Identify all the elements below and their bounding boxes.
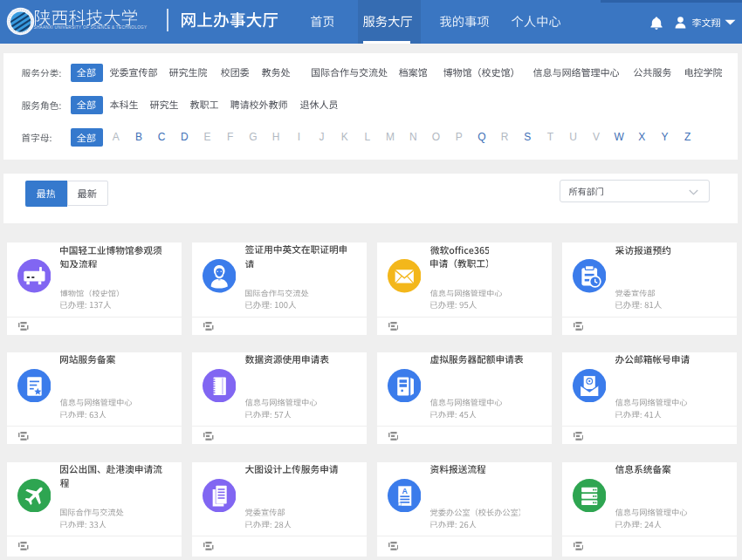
svg-text:A: A <box>402 487 408 495</box>
